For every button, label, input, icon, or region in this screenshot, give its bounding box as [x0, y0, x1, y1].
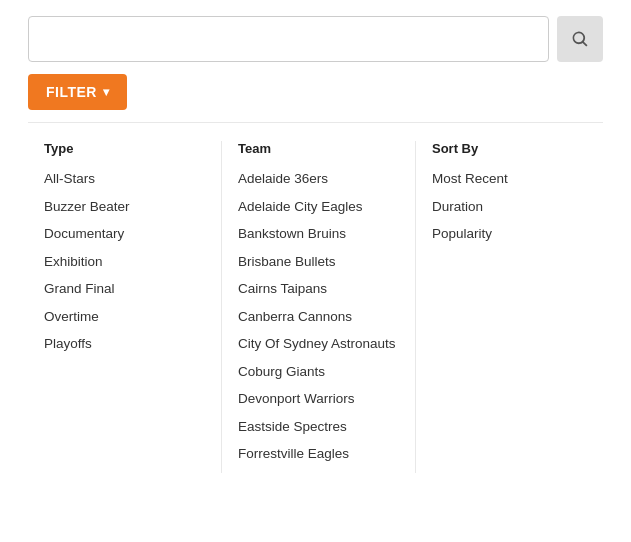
list-item[interactable]: Devonport Warriors: [238, 390, 399, 408]
filter-label: FILTER: [46, 84, 97, 100]
list-item[interactable]: Adelaide 36ers: [238, 170, 399, 188]
list-item[interactable]: Most Recent: [432, 170, 593, 188]
list-item[interactable]: Brisbane Bullets: [238, 253, 399, 271]
list-item[interactable]: Overtime: [44, 308, 205, 326]
list-item[interactable]: All-Stars: [44, 170, 205, 188]
list-item[interactable]: Documentary: [44, 225, 205, 243]
column-divider: [221, 141, 222, 473]
search-icon: [570, 29, 590, 49]
search-button[interactable]: [557, 16, 603, 62]
search-input[interactable]: [28, 16, 549, 62]
team-column: Team Adelaide 36ers Adelaide City Eagles…: [228, 141, 409, 473]
sortby-header: Sort By: [432, 141, 593, 156]
type-header: Type: [44, 141, 205, 156]
filter-button[interactable]: FILTER ▾: [28, 74, 127, 110]
team-header: Team: [238, 141, 399, 156]
list-item[interactable]: Popularity: [432, 225, 593, 243]
list-item[interactable]: Cairns Taipans: [238, 280, 399, 298]
list-item[interactable]: Duration: [432, 198, 593, 216]
type-column: Type All-Stars Buzzer Beater Documentary…: [28, 141, 215, 473]
list-item[interactable]: Buzzer Beater: [44, 198, 205, 216]
list-item[interactable]: Forrestville Eagles: [238, 445, 399, 463]
sortby-column: Sort By Most Recent Duration Popularity: [422, 141, 603, 473]
list-item[interactable]: Bankstown Bruins: [238, 225, 399, 243]
filter-row: FILTER ▾: [0, 74, 631, 122]
list-item[interactable]: Eastside Spectres: [238, 418, 399, 436]
list-item[interactable]: Adelaide City Eagles: [238, 198, 399, 216]
dropdown-panel: Type All-Stars Buzzer Beater Documentary…: [28, 122, 603, 483]
search-bar: [0, 0, 631, 74]
list-item[interactable]: Grand Final: [44, 280, 205, 298]
list-item[interactable]: Canberra Cannons: [238, 308, 399, 326]
list-item[interactable]: City Of Sydney Astronauts: [238, 335, 399, 353]
chevron-down-icon: ▾: [103, 85, 110, 99]
list-item[interactable]: Coburg Giants: [238, 363, 399, 381]
list-item[interactable]: Exhibition: [44, 253, 205, 271]
column-divider: [415, 141, 416, 473]
list-item[interactable]: Playoffs: [44, 335, 205, 353]
